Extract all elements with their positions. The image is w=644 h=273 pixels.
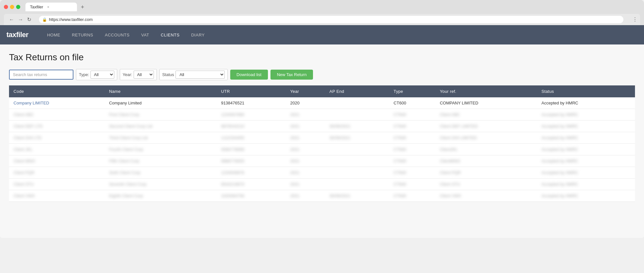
table-row: Client JKL Fourth Client Corp 5566778899… (9, 144, 635, 155)
cell-name: Fifth Client Corp (105, 155, 217, 167)
nav-item-vat[interactable]: VAT (135, 25, 155, 44)
code-link[interactable]: Client JKL (14, 147, 33, 152)
cell-year: 2021 (286, 121, 325, 132)
cell-status: Accepted by HMRC (537, 132, 635, 144)
col-code: Code (9, 85, 105, 97)
cell-your-ref: Client DEF LIMITED (435, 121, 537, 132)
cell-code[interactable]: Client ABC (9, 109, 105, 121)
cell-code[interactable]: Client VWX (9, 190, 105, 202)
cell-name: Third Client Corp Ltd (105, 132, 217, 144)
browser-maximize-dot[interactable] (16, 5, 20, 9)
cell-utr: 1029384756 (216, 190, 286, 202)
code-link[interactable]: Company LIMITED (14, 101, 49, 105)
status-filter-group: Status All Accepted by HMRC Filed Draft (159, 69, 228, 80)
cell-your-ref: ClientJKL (435, 144, 537, 155)
cell-code[interactable]: Client MNO (9, 155, 105, 167)
status-select[interactable]: All Accepted by HMRC Filed Draft (175, 71, 225, 79)
cell-code[interactable]: Client JKL (9, 144, 105, 155)
cell-status: Accepted by HMRC (537, 167, 635, 179)
col-utr: UTR (216, 85, 286, 97)
nav-item-home[interactable]: HOME (41, 25, 66, 44)
app-logo[interactable]: taxfiler (6, 31, 28, 39)
cell-your-ref: Client STU (435, 179, 537, 190)
table-row: Client ABC First Client Corp 1234567890 … (9, 109, 635, 121)
cell-code[interactable]: Client PQR (9, 167, 105, 179)
browser-minimize-dot[interactable] (10, 5, 14, 9)
cell-name: Seventh Client Corp (105, 179, 217, 190)
cell-ap-end: 30/09/2021 (325, 121, 389, 132)
nav-bar: taxfiler HOME RETURNS ACCOUNTS VAT CLIEN… (0, 25, 644, 44)
cell-your-ref: Client VWX (435, 190, 537, 202)
nav-item-accounts[interactable]: ACCOUNTS (99, 25, 136, 44)
type-select[interactable]: All CT600 SA100 SA800 (90, 71, 114, 79)
cell-year: 2021 (286, 155, 325, 167)
cell-year: 2021 (286, 144, 325, 155)
cell-your-ref: Client GHI LIMITED (435, 132, 537, 144)
cell-your-ref: Client ABC (435, 109, 537, 121)
code-link[interactable]: Client DEF LTD (14, 124, 43, 129)
cell-status: Accepted by HMRC (537, 144, 635, 155)
cell-ap-end (325, 97, 389, 109)
cell-name: First Client Corp (105, 109, 217, 121)
cell-utr: 1122334455 (216, 132, 286, 144)
nav-item-diary[interactable]: DIARY (185, 25, 211, 44)
cell-type: CT600 (389, 97, 435, 109)
cell-utr: 1234567890 (216, 109, 286, 121)
cell-year: 2021 (286, 167, 325, 179)
new-tax-return-button[interactable]: New Tax Return (270, 70, 313, 80)
new-tab-button[interactable]: + (81, 4, 84, 10)
search-input[interactable] (9, 70, 73, 80)
cell-status: Accepted by HMRC (537, 97, 635, 109)
browser-menu-icon[interactable]: ⋮ (630, 16, 640, 23)
code-link[interactable]: Client GHI LTD (14, 135, 42, 140)
refresh-button[interactable]: ↻ (26, 16, 33, 23)
code-link[interactable]: Client ABC (14, 112, 34, 117)
cell-status: Accepted by HMRC (537, 121, 635, 132)
col-year: Year (286, 85, 325, 97)
table-row: Company LIMITED Company Limited 91384765… (9, 97, 635, 109)
nav-items: HOME RETURNS ACCOUNTS VAT CLIENTS DIARY (41, 25, 211, 44)
cell-code[interactable]: Client GHI LTD (9, 132, 105, 144)
cell-name: Fourth Client Corp (105, 144, 217, 155)
cell-your-ref: ClientMNO (435, 155, 537, 167)
col-status: Status (537, 85, 635, 97)
cell-code[interactable]: Client STU (9, 179, 105, 190)
tax-returns-table: Code Name UTR Year AP End Type Your ref.… (9, 85, 635, 202)
cell-year: 2021 (286, 109, 325, 121)
nav-item-clients[interactable]: CLIENTS (155, 25, 185, 44)
code-link[interactable]: Client MNO (14, 159, 35, 163)
code-link[interactable]: Client STU (14, 182, 34, 187)
code-link[interactable]: Client VWX (14, 193, 35, 198)
address-bar-url[interactable]: https://www.taxfiler.com (49, 17, 620, 22)
cell-name: Second Client Corp Ltd (105, 121, 217, 132)
lock-icon: 🔒 (42, 17, 47, 22)
cell-code[interactable]: Company LIMITED (9, 97, 105, 109)
cell-ap-end (325, 144, 389, 155)
cell-year: 2021 (286, 190, 325, 202)
forward-button[interactable]: → (17, 16, 24, 23)
cell-type: CT600 (389, 109, 435, 121)
browser-close-dot[interactable] (4, 5, 8, 9)
col-ap-end: AP End (325, 85, 389, 97)
download-list-button[interactable]: Download list (230, 70, 268, 80)
tab-title: Taxfiler (30, 5, 43, 9)
year-select[interactable]: All 2021 2020 2019 (134, 71, 154, 79)
browser-tab[interactable]: Taxfiler × (25, 3, 77, 11)
cell-type: CT600 (389, 155, 435, 167)
year-filter-group: Year: All 2021 2020 2019 (120, 69, 157, 80)
toolbar: Type: All CT600 SA100 SA800 Year: All 20… (9, 69, 635, 80)
cell-ap-end (325, 109, 389, 121)
cell-utr: 1234509876 (216, 167, 286, 179)
cell-ap-end: 30/09/2021 (325, 132, 389, 144)
table-row: Client DEF LTD Second Client Corp Ltd 98… (9, 121, 635, 132)
cell-ap-end (325, 167, 389, 179)
cell-type: CT600 (389, 167, 435, 179)
nav-item-returns[interactable]: RETURNS (66, 25, 99, 44)
tab-close-button[interactable]: × (47, 5, 49, 9)
back-button[interactable]: ← (8, 16, 15, 23)
cell-name: Eighth Client Corp (105, 190, 217, 202)
cell-your-ref: Client PQR (435, 167, 537, 179)
code-link[interactable]: Client PQR (14, 170, 34, 175)
cell-type: CT600 (389, 121, 435, 132)
cell-code[interactable]: Client DEF LTD (9, 121, 105, 132)
